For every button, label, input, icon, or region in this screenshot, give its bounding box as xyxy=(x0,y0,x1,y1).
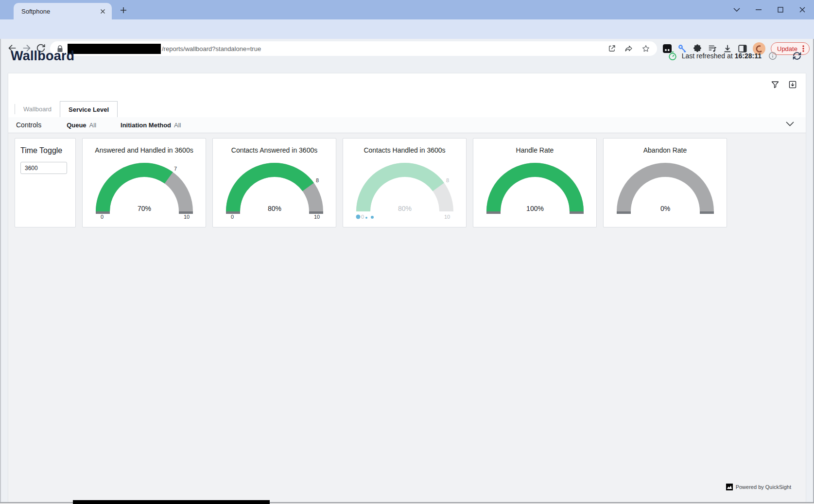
gauge-chart: 100% xyxy=(478,160,592,220)
gauge-max-label: 10 xyxy=(444,214,450,220)
gauge-chart: 80%0108 xyxy=(218,160,331,220)
gauge-max-label: 10 xyxy=(313,214,319,220)
export-icon[interactable] xyxy=(787,79,798,90)
gauge-min-label: 0 xyxy=(100,214,103,220)
dashboard-sheet: Wallboard Service Level Controls Queue A… xyxy=(8,73,806,502)
gauge-chart: 0% xyxy=(608,160,722,220)
info-icon[interactable] xyxy=(768,52,777,60)
tab-wallboard[interactable]: Wallboard xyxy=(15,101,60,117)
gauge-card: Abandon Rate0% xyxy=(603,138,727,227)
gauge-percent-label: 0% xyxy=(660,205,670,212)
gauge-percent-label: 80% xyxy=(398,205,411,212)
gauge-min-label: 0 xyxy=(230,214,233,220)
gauge-row: Answered and Handled in 3600s70%0107Cont… xyxy=(82,138,727,227)
window-chevron-icon[interactable] xyxy=(726,0,747,19)
controls-label: Controls xyxy=(16,121,41,129)
gauge-chart: 70%0107 xyxy=(87,160,201,220)
time-toggle-card: Time Toggle xyxy=(15,138,76,227)
initiation-method-filter[interactable]: Initiation Method All xyxy=(121,122,181,129)
queue-filter[interactable]: Queue All xyxy=(67,122,96,129)
gauge-right-tick xyxy=(700,211,714,214)
window-close-icon[interactable] xyxy=(791,0,813,19)
gauge-percent-label: 100% xyxy=(526,205,544,212)
time-toggle-input[interactable] xyxy=(20,162,67,174)
last-refreshed-text: Last refreshed at16:28:11 xyxy=(682,52,762,60)
initiation-method-filter-value[interactable]: All xyxy=(174,122,181,129)
gauge-value-label: 8 xyxy=(316,177,319,183)
tab-title: Softphone xyxy=(21,8,98,15)
page-title: Wallboard xyxy=(11,49,74,64)
gauge-value-arc xyxy=(96,163,173,211)
gauge-value-label: 7 xyxy=(174,166,177,172)
sheet-tabs: Wallboard Service Level xyxy=(8,101,806,117)
browser-titlebar: Softphone xyxy=(0,0,814,19)
gauge-value-arc xyxy=(226,163,314,211)
loading-dot xyxy=(365,217,367,219)
gauge-card: Answered and Handled in 3600s70%0107 xyxy=(82,138,206,227)
new-tab-icon[interactable] xyxy=(118,5,129,16)
gauge-title: Handle Rate xyxy=(516,139,554,156)
powered-by: Powered by QuickSight xyxy=(726,484,791,490)
quicksight-logo-icon xyxy=(726,484,733,490)
gauge-max-label: 10 xyxy=(183,214,189,220)
gauge-title: Contacts Answered in 3600s xyxy=(231,139,317,156)
gauge-value-arc xyxy=(486,163,584,211)
window-frame-left xyxy=(0,39,1,504)
gauge-percent-label: 70% xyxy=(137,205,151,212)
gauge-title: Contacts Handled in 3600s xyxy=(364,139,445,156)
initiation-method-filter-label: Initiation Method xyxy=(121,122,171,129)
gauge-card: Contacts Handled in 3600s80%0108 xyxy=(343,138,467,227)
window-minimize-icon[interactable] xyxy=(747,0,769,19)
controls-collapse-chevron-icon[interactable] xyxy=(786,122,794,126)
gauge-value-label: 8 xyxy=(446,177,449,183)
powered-by-text: Powered by QuickSight xyxy=(736,484,791,490)
gauge-title: Answered and Handled in 3600s xyxy=(95,139,193,156)
gauge-min-label: 0 xyxy=(361,214,364,220)
browser-toolbar: /reports/wallboard?standalone=true xyxy=(0,19,814,39)
page-header: Wallboard Last refreshed at16:28:11 xyxy=(0,39,814,73)
window-maximize-icon[interactable] xyxy=(769,0,791,19)
gauge-track-arc xyxy=(617,163,714,211)
queue-filter-value[interactable]: All xyxy=(89,122,96,129)
gauge-left-tick xyxy=(486,211,501,214)
gauge-percent-label: 80% xyxy=(267,205,281,212)
redacted-bottom-bar xyxy=(73,500,270,504)
sheet-toolbar xyxy=(8,73,806,101)
refresh-icon[interactable] xyxy=(792,51,802,61)
controls-bar: Controls Queue All Initiation Method All xyxy=(8,117,806,133)
gauge-title: Abandon Rate xyxy=(643,139,687,156)
gauge-left-tick xyxy=(617,211,631,214)
time-toggle-title: Time Toggle xyxy=(20,146,70,155)
tab-close-icon[interactable] xyxy=(98,7,107,16)
gauge-card: Contacts Answered in 3600s80%0108 xyxy=(212,138,336,227)
gauge-value-arc xyxy=(356,163,444,211)
gauge-chart: 80%0108 xyxy=(348,160,462,220)
gauge-card: Handle Rate100% xyxy=(473,138,597,227)
queue-filter-label: Queue xyxy=(67,122,86,129)
last-refreshed-time: 16:28:11 xyxy=(735,52,762,60)
last-refreshed-prefix: Last refreshed at xyxy=(682,52,733,60)
timer-icon xyxy=(668,51,677,61)
filter-icon[interactable] xyxy=(770,79,780,90)
tab-service-level[interactable]: Service Level xyxy=(60,101,118,117)
dashboard-canvas: Time Toggle Answered and Handled in 3600… xyxy=(8,133,806,502)
loading-dot xyxy=(371,216,374,219)
loading-dot xyxy=(356,215,360,219)
browser-tab[interactable]: Softphone xyxy=(14,3,112,19)
gauge-right-tick xyxy=(570,211,584,214)
